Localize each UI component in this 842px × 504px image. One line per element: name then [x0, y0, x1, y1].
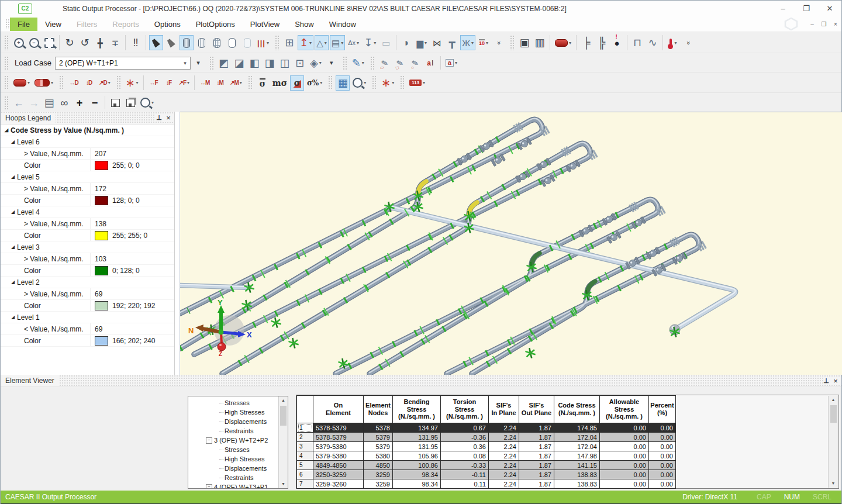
table-cell[interactable]: 0.00: [600, 442, 649, 451]
burst-icon[interactable]: ∗▾: [379, 75, 396, 91]
walk-through-icon[interactable]: ‼: [129, 35, 143, 50]
table-header[interactable]: Torsion Stress (N./sq.mm. ): [441, 396, 489, 423]
toolbar-grip[interactable]: [372, 75, 377, 90]
table-cell[interactable]: 0.00: [649, 442, 676, 451]
toolbar-grip[interactable]: [4, 35, 9, 50]
legend-value-row[interactable]: < Value, N./sq.mm.69: [1, 323, 174, 335]
pump-warning-icon[interactable]: ●: [610, 35, 624, 50]
table-cell[interactable]: 141.15: [554, 461, 600, 470]
stress-max-icon[interactable]: σ: [256, 75, 270, 91]
dropdown-arrow-icon[interactable]: ▾: [27, 80, 30, 85]
table-header[interactable]: Allowable Stress (N./sq.mm. ): [600, 396, 649, 423]
mdi-minimize-button[interactable]: –: [806, 21, 818, 27]
table-cell[interactable]: 5378-5379: [313, 433, 364, 442]
dropdown-arrow-icon[interactable]: ▾: [187, 80, 189, 85]
row-number-cell[interactable]: 5: [297, 461, 313, 470]
stress-percent-icon[interactable]: σ%▾: [305, 75, 324, 91]
close-button[interactable]: ✕: [818, 1, 841, 16]
save-view-icon[interactable]: [108, 95, 122, 111]
moment-y-icon[interactable]: ↕M: [213, 75, 227, 91]
tree-item[interactable]: ····Restraints: [188, 426, 288, 436]
iso-diamond-icon[interactable]: ◈▾: [308, 56, 323, 71]
legend-level-node[interactable]: ◢Level 1: [1, 312, 174, 323]
toolbar-grip[interactable]: [116, 75, 122, 90]
legend-value-row[interactable]: > Value, N./sq.mm.207: [1, 148, 174, 160]
view-cube-1-icon[interactable]: ◩: [217, 56, 231, 71]
table-row[interactable]: 25378-53795379131.95-0.362.241.87172.040…: [297, 433, 676, 442]
forces-icon[interactable]: ↧▾: [362, 35, 378, 50]
displacement-r-icon[interactable]: ↗D▾: [97, 75, 112, 91]
forward-icon[interactable]: →: [27, 95, 41, 111]
toolbar-grip[interactable]: [370, 56, 375, 70]
table-cell[interactable]: 5378-5379: [313, 423, 364, 433]
expanded-arrow-icon[interactable]: ◢: [9, 315, 17, 320]
add-icon[interactable]: +: [73, 95, 87, 111]
tree-item[interactable]: −4 (OPE) W+T3+P1: [188, 482, 288, 489]
dropdown-arrow-icon[interactable]: ▾: [374, 40, 376, 46]
moment-r-icon[interactable]: ↗M▾: [228, 75, 244, 91]
toolbar-grip[interactable]: [4, 75, 9, 90]
view-cube-4-icon[interactable]: ◨: [263, 56, 277, 71]
dropdown-arrow-icon[interactable]: ▾: [357, 40, 359, 46]
table-cell[interactable]: 98.34: [393, 479, 441, 489]
table-cell[interactable]: 3259: [364, 470, 393, 479]
tree-item[interactable]: ····Stresses: [188, 445, 288, 454]
3d-viewport[interactable]: YXNZ: [180, 112, 842, 375]
dropdown-arrow-icon[interactable]: ▾: [362, 60, 364, 65]
expanded-arrow-icon[interactable]: ◢: [9, 139, 17, 144]
table-cell[interactable]: 4850: [364, 461, 393, 470]
table-header[interactable]: Code Stress (N./sq.mm. ): [554, 396, 600, 423]
node-numbers-icon[interactable]: 10▾: [477, 35, 491, 50]
dropdown-arrow-icon[interactable]: ▾: [267, 40, 269, 46]
view-cube-2-icon[interactable]: ◪: [232, 56, 246, 71]
expanded-arrow-icon[interactable]: ◢: [2, 127, 11, 133]
table-header[interactable]: Element Nodes: [364, 396, 393, 423]
table-cell[interactable]: 0.00: [649, 461, 676, 470]
dropdown-arrow-icon[interactable]: ▾: [364, 80, 366, 85]
table-cell[interactable]: 1.87: [519, 461, 554, 470]
branch-ruler-icon[interactable]: ╠: [595, 35, 609, 50]
length-ruler-icon[interactable]: ╞: [579, 35, 593, 50]
scroll-up-icon[interactable]: ▲: [281, 396, 285, 405]
annotate-rectangle-icon[interactable]: ✎: [393, 56, 407, 71]
table-cell[interactable]: 2.24: [489, 433, 519, 442]
stress-m-icon[interactable]: mσ: [271, 75, 289, 91]
dropdown-arrow-icon[interactable]: ▾: [392, 80, 394, 85]
legend-value-row[interactable]: > Value, N./sq.mm.69: [1, 288, 174, 300]
table-cell[interactable]: 100.86: [393, 461, 441, 470]
dropdown-arrow-icon[interactable]: ▾: [51, 80, 53, 85]
table-cell[interactable]: 1.87: [519, 433, 554, 442]
loadcase-overflow-icon[interactable]: ▾: [191, 56, 205, 71]
table-cell[interactable]: 138.83: [554, 479, 600, 489]
dropdown-arrow-icon[interactable]: ▾: [675, 40, 677, 46]
find-node-icon[interactable]: ▾: [351, 75, 368, 91]
toolbar-grip[interactable]: [510, 35, 515, 50]
table-cell[interactable]: -0.11: [441, 470, 489, 479]
single-pipe-icon[interactable]: ▾: [12, 75, 32, 91]
table-cell[interactable]: 1.87: [519, 442, 554, 451]
zoom-out-icon[interactable]: −: [27, 35, 41, 50]
row-number-cell[interactable]: 3: [297, 442, 313, 451]
table-cell[interactable]: 5379-5380: [313, 442, 364, 451]
displacements-icon[interactable]: ▤▾: [330, 35, 345, 50]
legend-level-node[interactable]: ◢Level 6: [1, 136, 174, 148]
dropdown-arrow-icon[interactable]: ▾: [319, 60, 322, 65]
back-icon[interactable]: ←: [12, 95, 26, 111]
toolbar-grip[interactable]: [59, 75, 64, 90]
toolbar-grip[interactable]: [248, 75, 253, 90]
table-cell[interactable]: 172.04: [554, 433, 600, 442]
dropdown-arrow-icon[interactable]: ▾: [471, 40, 474, 46]
insulation-icon[interactable]: ▾: [553, 35, 573, 50]
load-case-combobox[interactable]: 2 (OPE) W+T1+P1▾: [55, 57, 191, 70]
legend-value-row[interactable]: > Value, N./sq.mm.138: [1, 218, 174, 230]
tree-item[interactable]: ····Displacements: [188, 417, 288, 426]
collapse-box-icon[interactable]: −: [206, 484, 212, 489]
table-header[interactable]: On Element: [313, 396, 364, 423]
mdi-close-button[interactable]: ×: [830, 21, 841, 27]
table-cell[interactable]: -0.33: [441, 461, 489, 470]
stress-fill-icon[interactable]: σ: [290, 75, 304, 91]
table-cell[interactable]: 2.24: [489, 451, 519, 461]
expanded-arrow-icon[interactable]: ◢: [9, 244, 17, 250]
restraints-icon[interactable]: ↥▾: [298, 35, 313, 50]
row-number-cell[interactable]: 6: [297, 470, 313, 479]
